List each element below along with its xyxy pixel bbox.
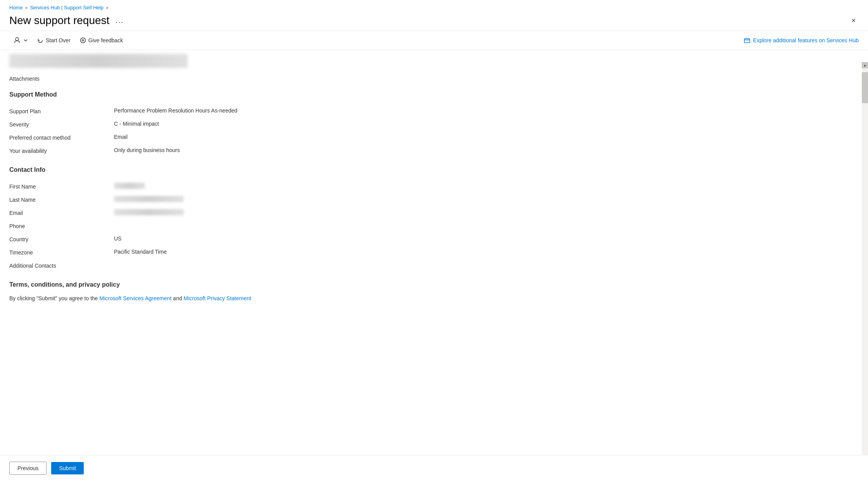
attachments-label: Attachments [9,76,340,82]
close-button[interactable]: × [848,15,859,26]
chevron-down-icon [23,38,28,43]
svg-point-1 [80,38,85,43]
timezone-value: Pacific Standard Time [114,249,167,255]
footer-spacer [9,303,340,334]
content-scroll: Attachments Support Method Support Plan … [0,50,349,349]
field-row-last-name: Last Name [9,193,340,206]
contact-info-fields: First Name Last Name Email Phone Country… [9,180,340,272]
feedback-icon [80,37,86,43]
svg-rect-3 [744,39,750,43]
start-over-button[interactable]: Start Over [33,35,74,46]
country-value: US [114,235,121,242]
give-feedback-button[interactable]: Give feedback [76,35,127,46]
toolbar: Start Over Give feedback Explore additio… [0,31,868,50]
field-row-phone: Phone [9,219,340,232]
scrollbar-thumb[interactable] [862,72,868,103]
first-name-value [114,183,145,189]
country-label: Country [9,235,114,242]
terms-text-before: By clicking "Submit" you agree to the [9,295,100,301]
contact-method-label: Preferred contact method [9,134,114,141]
breadcrumb-services-hub[interactable]: Services Hub | Support Self Help [30,5,104,10]
microsoft-privacy-statement-link[interactable]: Microsoft Privacy Statement [184,295,251,301]
start-over-label: Start Over [46,37,71,43]
refresh-icon [37,37,43,43]
breadcrumb: Home > Services Hub | Support Self Help … [9,5,859,10]
support-method-header: Support Method [9,91,340,98]
scrollbar-track: ▲ ▼ [862,62,868,481]
support-plan-value: Performance Problem Resolution Hours As-… [114,107,237,114]
field-row-contact-method: Preferred contact method Email [9,131,340,144]
person-dropdown-button[interactable] [9,34,32,47]
field-row-severity: Severity C - Minimal impact [9,118,340,131]
page-title: New support request ... [9,14,126,27]
contact-info-header: Contact Info [9,166,340,173]
ellipsis-button[interactable]: ... [113,16,126,26]
support-method-fields: Support Plan Performance Problem Resolut… [9,104,340,157]
field-row-availability: Your availability Only during business h… [9,144,340,157]
terms-text: By clicking "Submit" you agree to the Mi… [9,294,340,303]
svg-point-0 [16,38,19,41]
severity-label: Severity [9,121,114,128]
first-name-label: First Name [9,183,114,190]
give-feedback-label: Give feedback [88,37,123,43]
breadcrumb-home[interactable]: Home [9,5,23,10]
email-value [114,209,184,215]
blurred-top-content [9,54,188,68]
field-row-support-plan: Support Plan Performance Problem Resolut… [9,104,340,118]
timezone-label: Timezone [9,249,114,256]
svg-point-2 [82,40,84,41]
field-row-timezone: Timezone Pacific Standard Time [9,246,340,259]
explore-features-button[interactable]: Explore additional features on Services … [744,37,859,43]
explore-icon [744,37,750,43]
severity-value: C - Minimal impact [114,121,159,127]
availability-value: Only during business hours [114,147,180,153]
page-title-row: New support request ... × [9,14,859,31]
breadcrumb-sep1: > [25,5,28,10]
toolbar-left: Start Over Give feedback [9,34,127,47]
top-bar: Home > Services Hub | Support Self Help … [0,0,868,31]
previous-button[interactable]: Previous [9,462,47,475]
last-name-label: Last Name [9,196,114,203]
field-row-first-name: First Name [9,180,340,193]
email-label: Email [9,209,114,216]
microsoft-services-agreement-link[interactable]: Microsoft Services Agreement [100,295,172,301]
scrollbar-up-arrow[interactable]: ▲ [862,62,868,68]
scrollbar-space [862,103,868,475]
breadcrumb-sep2: > [106,5,108,10]
field-row-country: Country US [9,232,340,246]
support-plan-label: Support Plan [9,107,114,114]
field-row-email: Email [9,206,340,219]
field-row-additional-contacts: Additional Contacts [9,259,340,272]
terms-text-between: and [171,295,183,301]
person-icon [13,36,21,44]
page-title-text: New support request [9,14,109,27]
submit-button[interactable]: Submit [51,462,84,474]
additional-contacts-label: Additional Contacts [9,262,114,269]
phone-label: Phone [9,222,114,229]
contact-method-value: Email [114,134,128,140]
terms-header: Terms, conditions, and privacy policy [9,281,340,288]
explore-features-label: Explore additional features on Services … [753,37,859,43]
last-name-value [114,196,184,202]
main-content: Attachments Support Method Support Plan … [0,50,868,349]
availability-label: Your availability [9,147,114,154]
footer: Previous Submit [0,455,868,481]
